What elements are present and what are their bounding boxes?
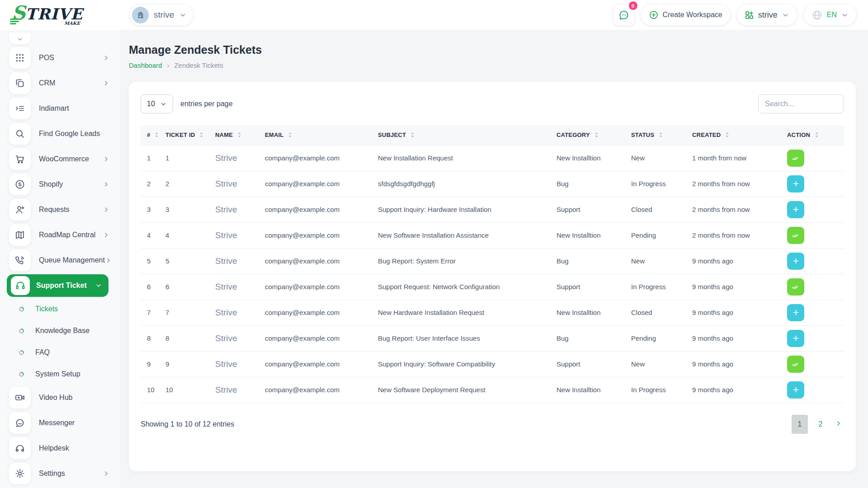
page-size-value: 10 [147,100,155,108]
column-header-name[interactable]: NAME [215,125,265,145]
sort-icon [815,131,819,138]
table-row: 5 5 Strive company@example.com Bug Repor… [141,248,844,274]
column-header-status[interactable]: STATUS [631,125,692,145]
cell-category: New Installtion [557,300,631,325]
cell-subject: sfdsgfdsgdfgdhggfj [378,171,557,197]
partial-menu-item[interactable] [9,33,31,44]
cell-name: Strive [215,248,265,274]
breadcrumb-separator-icon: › [167,61,169,69]
approve-check-button[interactable] [787,356,804,373]
top-header: STRIVE MAKE strive 0 Create Workspace st… [0,0,868,30]
sidebar-item-video-hub[interactable]: Video Hub [0,385,120,410]
plus-circle-icon [649,10,659,20]
cell-category: Bug [557,248,631,274]
main-content: Manage Zendesk Tickets Dashboard › Zende… [120,0,868,471]
page-size-select[interactable]: 10 [141,94,173,113]
bullet-circle-icon [18,349,25,356]
column-header-subject[interactable]: SUBJECT [378,125,557,145]
gear-icon [9,463,31,484]
pagination: 12 [792,415,844,434]
cell-created: 9 months ago [692,274,787,300]
pagination-next-button[interactable] [833,420,844,428]
chevron-right-icon [105,257,112,264]
sidebar-item-support-ticket[interactable]: Support Ticket [7,274,108,297]
sidebar-subitem-faq[interactable]: FAQ [0,342,120,363]
chat-button[interactable]: 0 [613,5,634,25]
sidebar-item-pos[interactable]: POS [0,45,120,70]
cell-status: In Progress [631,274,692,300]
column-header-ticket-id[interactable]: TICKET ID [165,125,215,145]
sidebar-item-messenger[interactable]: Messenger [0,410,120,436]
logo-speed-lines [10,18,22,25]
pagination-page-2[interactable]: 2 [812,415,829,434]
sidebar-item-shopify[interactable]: S Shopify [0,172,120,197]
cell-ticket-id: 5 [165,248,215,274]
add-plus-button[interactable] [787,175,804,192]
chat-bubble-icon [618,9,630,21]
add-plus-button[interactable] [787,330,804,347]
sidebar-item-indiamart[interactable]: Indiamart [0,96,120,121]
column-header-created[interactable]: CREATED [692,125,787,145]
chevron-right-icon [103,181,110,188]
cell-category: Support [557,274,631,300]
sidebar-item-label: Video Hub [39,394,72,402]
sidebar-item-roadmap-central[interactable]: RoadMap Central [0,222,120,248]
sidebar-item-queue-management[interactable]: Queue Management [0,248,120,273]
cart-icon [9,148,31,170]
cell-created: 9 months ago [692,377,787,403]
create-workspace-button[interactable]: Create Workspace [641,5,730,25]
add-plus-button[interactable] [787,381,804,399]
column-header-category[interactable]: CATEGORY [557,125,631,145]
approve-check-button[interactable] [787,227,804,244]
workspace-name: strive [154,10,174,20]
sidebar-item-find-google-leads[interactable]: Find Google Leads [0,121,120,146]
sidebar-subitem-knowledge-base[interactable]: Knowledge Base [0,320,120,342]
pagination-page-1[interactable]: 1 [792,415,808,434]
sidebar-subitem-system-setup[interactable]: System Setup [0,363,120,385]
cell-num: 6 [141,274,165,300]
cell-created: 1 month from now [692,145,787,171]
workspace-dropdown[interactable]: strive [737,5,797,25]
sidebar-subitem-tickets[interactable]: Tickets [0,298,120,320]
cell-action [787,325,844,351]
sidebar-item-label: RoadMap Central [39,231,95,239]
plus-icon [793,309,799,316]
column-header-num[interactable]: # [141,125,165,145]
cell-action [787,222,844,248]
sidebar-nav: POS CRM Indiamart Find Google Leads WooC… [0,33,120,486]
sidebar-item-helpdesk[interactable]: Helpdesk [0,436,120,461]
search-input[interactable] [758,94,844,113]
breadcrumb-dashboard-link[interactable]: Dashboard [129,61,162,69]
cell-action [787,351,844,377]
sidebar-item-label: Shopify [39,180,63,188]
add-plus-button[interactable] [787,253,804,270]
cell-ticket-id: 7 [165,300,215,325]
cell-status: Pending [631,222,692,248]
cell-created: 9 months ago [692,325,787,351]
logo-wordmark: TRIVE [25,5,83,23]
add-plus-button[interactable] [787,304,804,321]
column-header-email[interactable]: EMAIL [265,125,378,145]
column-header-action[interactable]: ACTION [787,125,844,145]
sidebar-item-settings[interactable]: Settings [0,461,120,486]
cell-status: New [631,248,692,274]
header-actions: 0 Create Workspace strive EN [613,5,868,25]
workspace-selector[interactable]: strive [130,5,193,25]
cell-subject: Support Inquiry: Hardware Installation [378,197,557,222]
approve-check-button[interactable] [787,150,804,167]
cell-action [787,145,844,171]
approve-check-button[interactable] [787,278,804,296]
double-check-icon [792,155,800,161]
sidebar-item-crm[interactable]: CRM [0,70,120,96]
sidebar-item-label: CRM [39,79,55,87]
chat-badge: 0 [629,1,637,10]
language-selector[interactable]: EN [804,5,856,25]
brand-logo: STRIVE MAKE [0,4,120,27]
bullet-circle-icon [18,371,25,378]
add-plus-button[interactable] [787,201,804,218]
cell-num: 2 [141,171,165,197]
sidebar-item-woocommerce[interactable]: WooCommerce [0,146,120,172]
table-row: 2 2 Strive company@example.com sfdsgfdsg… [141,171,844,197]
sidebar-item-requests[interactable]: Requests [0,197,120,222]
cell-created: 2 months from now [692,222,787,248]
